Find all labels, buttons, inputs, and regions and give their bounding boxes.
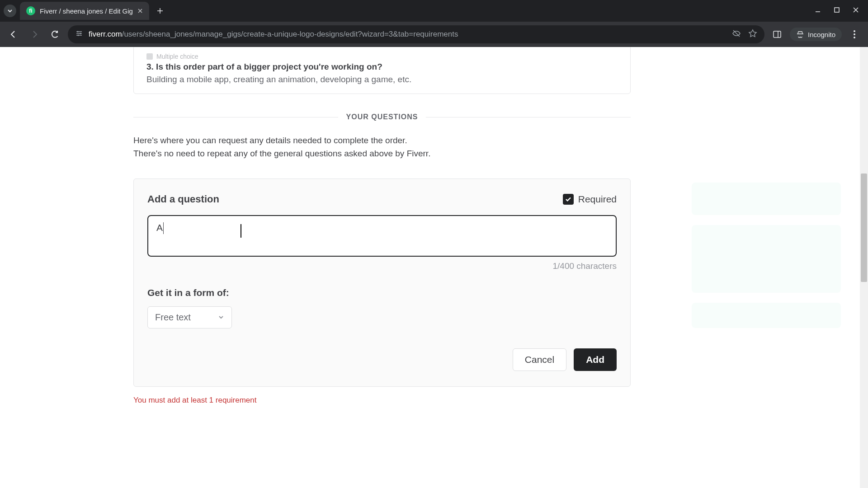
svg-point-3 <box>78 35 79 36</box>
form-title: Add a question <box>147 193 219 205</box>
text-caret <box>163 222 164 234</box>
scrollbar[interactable] <box>860 47 868 488</box>
svg-point-2 <box>80 33 81 34</box>
fiverr-favicon: fi <box>26 6 35 15</box>
site-settings-icon[interactable] <box>75 29 83 39</box>
section-divider: YOUR QUESTIONS <box>133 113 631 121</box>
close-tab-icon[interactable] <box>137 7 143 15</box>
validation-warning: You must add at least 1 requirement <box>133 396 631 405</box>
eye-off-icon[interactable] <box>732 29 741 40</box>
browser-tab-active[interactable]: fi Fiverr / sheena jones / Edit Gig <box>20 2 149 20</box>
section-intro: Here's where you can request any details… <box>133 134 631 160</box>
svg-rect-4 <box>774 31 781 38</box>
chevron-down-icon <box>218 312 224 323</box>
answer-format-label: Get it in a form of: <box>147 287 617 298</box>
previous-question-title: 3. Is this order part of a bigger projec… <box>146 62 618 72</box>
page-viewport: Multiple choice 3. Is this order part of… <box>0 47 868 488</box>
add-question-form: Add a question Required A 1/400 characte… <box>133 178 631 387</box>
url-text: fiverr.com/users/sheena_jones/manage_gig… <box>89 30 458 39</box>
svg-point-1 <box>77 31 79 33</box>
scrollbar-thumb[interactable] <box>861 174 867 282</box>
svg-point-7 <box>854 37 855 38</box>
checkbox-checked-icon <box>563 194 574 205</box>
section-heading: YOUR QUESTIONS <box>346 113 418 121</box>
forward-button[interactable] <box>26 26 42 42</box>
text-cursor-icon <box>241 224 241 238</box>
minimize-icon[interactable] <box>815 7 821 15</box>
tabs-dropdown-button[interactable] <box>4 5 16 17</box>
tab-title: Fiverr / sheena jones / Edit Gig <box>40 7 133 15</box>
question-input[interactable]: A <box>147 215 617 257</box>
address-bar[interactable]: fiverr.com/users/sheena_jones/manage_gig… <box>68 25 764 43</box>
browser-chrome: fi Fiverr / sheena jones / Edit Gig <box>0 0 868 47</box>
tips-panel <box>692 183 841 338</box>
close-window-icon[interactable] <box>853 7 859 15</box>
incognito-label: Incognito <box>808 31 835 38</box>
back-button[interactable] <box>5 26 22 42</box>
maximize-icon[interactable] <box>834 7 840 15</box>
character-counter: 1/400 characters <box>147 261 617 271</box>
required-label: Required <box>578 194 617 205</box>
reload-button[interactable] <box>47 26 63 42</box>
svg-point-6 <box>854 33 855 35</box>
browser-toolbar: fiverr.com/users/sheena_jones/manage_gig… <box>0 22 868 47</box>
bookmark-star-icon[interactable] <box>748 29 757 40</box>
question-input-value: A <box>156 222 163 233</box>
new-tab-button[interactable] <box>153 4 167 18</box>
window-controls <box>815 7 864 15</box>
incognito-icon <box>796 30 804 38</box>
previous-question-card: Multiple choice 3. Is this order part of… <box>133 47 631 94</box>
tab-strip: fi Fiverr / sheena jones / Edit Gig <box>0 0 868 22</box>
required-toggle[interactable]: Required <box>563 194 617 205</box>
svg-point-5 <box>854 30 855 32</box>
previous-question-type: Multiple choice <box>146 53 618 60</box>
cancel-button[interactable]: Cancel <box>513 348 566 371</box>
add-button[interactable]: Add <box>574 348 617 371</box>
previous-question-subtitle: Building a mobile app, creating an anima… <box>146 75 618 84</box>
answer-format-select[interactable]: Free text <box>147 306 232 328</box>
incognito-indicator[interactable]: Incognito <box>790 28 842 41</box>
browser-menu-button[interactable] <box>846 30 863 38</box>
select-value: Free text <box>155 312 191 323</box>
svg-rect-0 <box>835 8 839 12</box>
side-panel-icon[interactable] <box>769 26 785 42</box>
list-icon <box>146 53 153 60</box>
